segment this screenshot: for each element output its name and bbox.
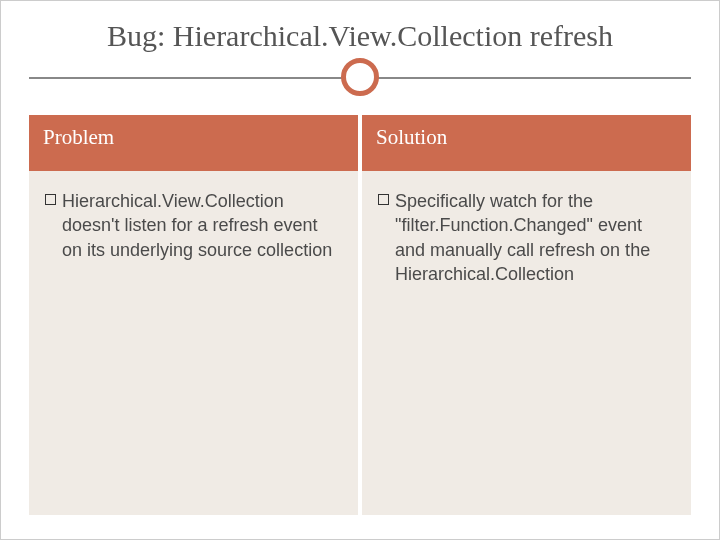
slide-title: Bug: Hierarchical.View.Collection refres… — [29, 19, 691, 53]
column-header-problem: Problem — [29, 115, 358, 171]
column-solution: Solution Specifically watch for the "fil… — [362, 115, 691, 515]
square-bullet-icon — [45, 194, 56, 205]
column-body-solution: Specifically watch for the "filter.Funct… — [362, 171, 691, 515]
list-item: Hierarchical.View.Collection doesn't lis… — [45, 189, 342, 262]
column-body-problem: Hierarchical.View.Collection doesn't lis… — [29, 171, 358, 515]
bullet-text: Specifically watch for the "filter.Funct… — [395, 189, 675, 286]
bullet-text: Hierarchical.View.Collection doesn't lis… — [62, 189, 342, 262]
slide: Bug: Hierarchical.View.Collection refres… — [1, 1, 719, 539]
columns: Problem Hierarchical.View.Collection doe… — [29, 115, 691, 515]
divider-circle-icon — [341, 58, 379, 96]
square-bullet-icon — [378, 194, 389, 205]
column-header-solution: Solution — [362, 115, 691, 171]
list-item: Specifically watch for the "filter.Funct… — [378, 189, 675, 286]
column-problem: Problem Hierarchical.View.Collection doe… — [29, 115, 358, 515]
